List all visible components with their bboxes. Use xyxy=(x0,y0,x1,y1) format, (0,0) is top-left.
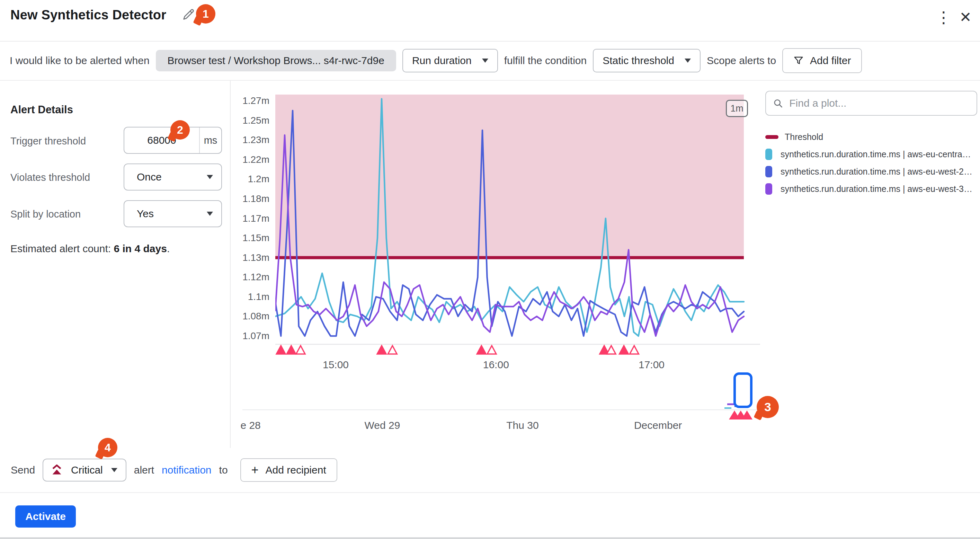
add-filter-label: Add filter xyxy=(810,55,851,67)
violates-threshold-label: Violates threshold xyxy=(10,172,90,183)
timeline-selection-window[interactable] xyxy=(733,372,752,408)
plus-icon: + xyxy=(251,464,259,476)
alert-cleared-marker[interactable] xyxy=(388,346,397,354)
trigger-threshold-label: Trigger threshold xyxy=(10,136,86,147)
timeline-date-label: e 28 xyxy=(240,419,261,431)
find-plot-input[interactable] xyxy=(789,97,970,110)
split-by-location-value: Yes xyxy=(137,208,154,220)
callout-badge-3: 3 xyxy=(757,396,779,418)
condition-middle-text: fulfill the condition xyxy=(504,55,587,67)
callout-badge-4: 4 xyxy=(98,438,118,457)
timeline-alert-marker xyxy=(741,410,752,419)
alert-cleared-marker[interactable] xyxy=(607,346,616,354)
x-axis-tick-label: 16:00 xyxy=(483,359,509,370)
violates-threshold-dropdown[interactable]: Once xyxy=(124,164,222,191)
add-recipient-label: Add recipient xyxy=(266,464,326,476)
y-axis-tick-label: 1.12m xyxy=(231,271,269,283)
callout-badge-2: 2 xyxy=(170,120,190,140)
chevron-down-icon xyxy=(111,468,118,472)
y-axis-tick-label: 1.18m xyxy=(231,193,269,204)
alert-cleared-marker[interactable] xyxy=(296,346,305,354)
notification-row: Send Critical alert notification to + Ad… xyxy=(0,448,980,493)
more-options-kebab-icon[interactable]: ⋮ xyxy=(935,8,951,26)
chart-y-axis: 1.27m1.25m1.23m1.22m1.2m1.18m1.17m1.15m1… xyxy=(231,94,272,351)
y-axis-tick-label: 1.13m xyxy=(231,252,269,263)
close-icon[interactable]: ✕ xyxy=(956,8,974,26)
legend-item[interactable]: synthetics.run.duration.time.ms | aws-eu… xyxy=(765,180,977,198)
violates-threshold-value: Once xyxy=(137,171,162,183)
add-filter-button[interactable]: Add filter xyxy=(782,48,862,73)
metric-dropdown-value: Run duration xyxy=(412,55,472,67)
critical-severity-icon xyxy=(51,464,63,476)
estimated-alert-count: Estimated alert count: 6 in 4 days. xyxy=(10,243,170,255)
legend-swatch xyxy=(765,183,772,195)
find-plot-searchbox[interactable] xyxy=(765,91,977,116)
y-axis-tick-label: 1.08m xyxy=(231,311,269,322)
edit-title-pencil-icon[interactable] xyxy=(181,8,195,21)
alert-condition-row: I would like to be alerted when Browser … xyxy=(0,41,980,81)
timeline-date-label: Thu 30 xyxy=(506,419,538,431)
metric-dropdown[interactable]: Run duration xyxy=(402,49,498,72)
y-axis-tick-label: 1.27m xyxy=(231,95,269,106)
severity-dropdown[interactable]: Critical xyxy=(43,459,126,482)
trigger-threshold-unit: ms xyxy=(200,135,221,146)
alert-details-heading: Alert Details xyxy=(10,104,73,116)
detector-preview-chart: 15:0016:0017:00 xyxy=(275,94,760,375)
legend-item[interactable]: Threshold xyxy=(765,128,977,145)
signal-chip[interactable]: Browser test / Workshop Brows... s4r-rwc… xyxy=(156,50,396,71)
legend-swatch xyxy=(765,166,772,177)
y-axis-tick-label: 1.22m xyxy=(231,154,269,165)
alert-triggered-marker[interactable] xyxy=(477,346,486,354)
y-axis-tick-label: 1.07m xyxy=(231,330,269,341)
window-bottom-edge xyxy=(0,537,980,539)
y-axis-tick-label: 1.15m xyxy=(231,233,269,244)
trigger-threshold-value[interactable]: 68000 xyxy=(124,134,199,146)
scope-alerts-text: Scope alerts to xyxy=(707,55,776,67)
page-title: New Synthetics Detector xyxy=(10,8,166,22)
chart-plot-area[interactable]: 15:0016:0017:00 xyxy=(275,94,760,375)
callout-badge-1: 1 xyxy=(196,4,215,24)
alert-triggered-marker[interactable] xyxy=(276,346,285,354)
activate-button[interactable]: Activate xyxy=(15,506,76,528)
legend-label: Threshold xyxy=(785,132,823,142)
add-recipient-button[interactable]: + Add recipient xyxy=(240,458,337,482)
chevron-down-icon xyxy=(207,212,213,216)
to-text: to xyxy=(219,464,228,476)
y-axis-tick-label: 1.17m xyxy=(231,213,269,224)
legend-swatch xyxy=(765,135,778,139)
alert-cleared-marker[interactable] xyxy=(630,346,638,354)
condition-type-dropdown[interactable]: Static threshold xyxy=(593,49,700,72)
legend-label: synthetics.run.duration.time.ms | aws-eu… xyxy=(781,184,972,194)
condition-type-value: Static threshold xyxy=(603,55,674,67)
condition-prefix-text: I would like to be alerted when xyxy=(10,55,150,67)
filter-funnel-icon xyxy=(793,56,804,66)
alert-details-panel: Alert Details Trigger threshold 68000 ms… xyxy=(0,81,231,448)
chevron-down-icon xyxy=(482,59,488,63)
timeline-date-label: Wed 29 xyxy=(364,419,400,431)
severity-value: Critical xyxy=(71,464,103,476)
chart-legend-panel: Thresholdsynthetics.run.duration.time.ms… xyxy=(765,91,977,198)
time-range-timeline[interactable]: e 28Wed 29Thu 30December xyxy=(234,372,765,435)
x-axis-tick-label: 17:00 xyxy=(638,359,665,370)
alert-triggered-marker[interactable] xyxy=(619,346,628,354)
alert-cleared-marker[interactable] xyxy=(487,346,496,354)
legend-label: synthetics.run.duration.time.ms | aws-eu… xyxy=(781,167,972,177)
legend-swatch xyxy=(765,148,772,160)
y-axis-tick-label: 1.23m xyxy=(231,134,269,145)
x-axis-tick-label: 15:00 xyxy=(323,359,349,370)
y-axis-tick-label: 1.25m xyxy=(231,115,269,126)
y-axis-tick-label: 1.1m xyxy=(231,291,269,302)
legend-item[interactable]: synthetics.run.duration.time.ms | aws-eu… xyxy=(765,145,977,163)
alert-triggered-marker[interactable] xyxy=(377,346,386,354)
alert-triggered-marker[interactable] xyxy=(287,346,296,354)
split-by-location-dropdown[interactable]: Yes xyxy=(124,200,222,227)
estimated-alert-count-value: 6 in 4 days xyxy=(114,243,167,254)
notification-link[interactable]: notification xyxy=(162,464,211,476)
legend-item[interactable]: synthetics.run.duration.time.ms | aws-eu… xyxy=(765,163,977,180)
dialog-header: New Synthetics Detector 1 ⋮ ✕ xyxy=(0,0,980,41)
y-axis-tick-label: 1.2m xyxy=(231,174,269,185)
threshold-violation-band xyxy=(275,94,744,258)
split-by-location-label: Split by location xyxy=(10,209,81,220)
chevron-down-icon xyxy=(207,175,213,179)
alert-text: alert xyxy=(134,464,154,476)
